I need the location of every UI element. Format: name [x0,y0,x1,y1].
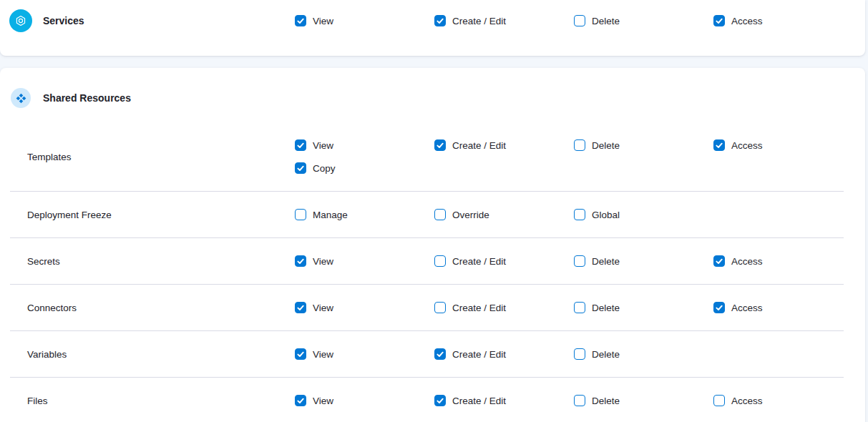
permission-create-edit[interactable]: Create / Edit [434,139,574,151]
permission-column: View [295,395,434,406]
resource-row-deployment-freeze: Deployment FreezeManageOverrideGlobal [0,192,865,237]
services-section-card: Services ViewCreate / EditDeleteAccess [0,0,865,56]
checkbox-create-edit-checked[interactable] [434,139,446,151]
permission-delete[interactable]: Delete [574,139,713,151]
permission-column: Delete [574,139,713,151]
checkbox-access-checked[interactable] [713,139,725,151]
checkbox-copy-checked[interactable] [295,162,306,174]
permission-label: Create / Edit [452,140,506,151]
permission-column: Delete [574,255,713,267]
checkbox-create-edit-unchecked[interactable] [434,255,446,267]
permission-manage[interactable]: Manage [295,209,434,220]
checkbox-override-unchecked[interactable] [434,209,446,220]
permission-column: Create / Edit [434,395,574,406]
permission-column: Delete [574,302,713,313]
permission-label: Access [731,140,763,151]
permission-create-edit[interactable]: Create / Edit [434,348,574,360]
permission-view[interactable]: View [295,255,434,267]
permission-access[interactable]: Access [713,302,853,313]
resource-row-connectors: ConnectorsViewCreate / EditDeleteAccess [0,285,865,330]
checkbox-access-checked[interactable] [713,255,725,267]
permission-delete[interactable]: Delete [574,302,713,313]
permission-column: Global [574,209,713,220]
permission-access[interactable]: Access [713,395,853,406]
permission-label: View [313,256,333,267]
permission-label: View [313,396,333,406]
checkbox-delete-unchecked[interactable] [574,348,585,360]
shared-resources-section-card: Shared Resources TemplatesViewCopyCreate… [0,68,865,422]
checkbox-global-unchecked[interactable] [574,209,585,220]
permission-label: Create / Edit [452,303,506,313]
permission-column: ViewCopy [295,139,434,174]
permission-label: View [313,303,333,313]
services-permission-row: Services ViewCreate / EditDeleteAccess [0,0,865,32]
checkbox-access-checked[interactable] [713,15,725,26]
permission-create-edit[interactable]: Create / Edit [434,15,574,26]
checkbox-view-checked[interactable] [295,255,306,267]
checkbox-delete-unchecked[interactable] [574,302,585,313]
permission-delete[interactable]: Delete [574,395,713,406]
permission-label: Delete [592,256,620,267]
permission-delete[interactable]: Delete [574,348,713,360]
permission-view[interactable]: View [295,302,434,313]
permission-create-edit[interactable]: Create / Edit [434,302,574,313]
shared-resources-rows: TemplatesViewCopyCreate / EditDeleteAcce… [0,122,865,422]
checkbox-view-checked[interactable] [295,348,306,360]
permission-column: Override [434,209,574,220]
permission-override[interactable]: Override [434,209,574,220]
permission-create-edit[interactable]: Create / Edit [434,395,574,406]
permission-access[interactable]: Access [713,15,853,26]
permission-column: Access [713,395,853,406]
permission-global[interactable]: Global [574,209,713,220]
permission-create-edit[interactable]: Create / Edit [434,255,574,267]
resource-row-secrets: SecretsViewCreate / EditDeleteAccess [0,238,865,284]
permission-column: View [295,15,434,26]
checkbox-delete-unchecked[interactable] [574,15,585,26]
permission-label: View [313,349,333,360]
resource-label: Variables [27,349,295,360]
permission-view[interactable]: View [295,15,434,26]
checkbox-view-checked[interactable] [295,302,306,313]
resource-row-variables: VariablesViewCreate / EditDelete [0,331,865,377]
permission-column: Create / Edit [434,302,574,313]
checkbox-manage-unchecked[interactable] [295,209,306,220]
permission-column: Manage [295,209,434,220]
permission-column: Access [713,139,853,151]
permission-view[interactable]: View [295,395,434,406]
checkbox-view-checked[interactable] [295,139,306,151]
services-icon [9,9,32,32]
permission-label: Override [452,210,489,220]
checkbox-create-edit-checked[interactable] [434,395,446,406]
checkbox-view-checked[interactable] [295,15,306,26]
services-header: Services [9,9,295,32]
checkbox-create-edit-unchecked[interactable] [434,302,446,313]
permission-column: Access [713,15,853,26]
permission-view[interactable]: View [295,139,434,151]
checkbox-create-edit-checked[interactable] [434,15,446,26]
permission-label: Delete [592,349,620,360]
resource-label: Templates [27,152,295,162]
permission-delete[interactable]: Delete [574,15,713,26]
permission-column: Create / Edit [434,255,574,267]
permission-access[interactable]: Access [713,139,853,151]
checkbox-view-checked[interactable] [295,395,306,406]
permission-delete[interactable]: Delete [574,255,713,267]
permission-copy[interactable]: Copy [295,162,434,174]
checkbox-access-unchecked[interactable] [713,395,725,406]
permission-label: Create / Edit [452,349,506,360]
permission-label: Delete [592,140,620,151]
checkbox-delete-unchecked[interactable] [574,255,585,267]
resource-row-templates: TemplatesViewCopyCreate / EditDeleteAcce… [0,122,865,191]
permission-label: View [313,16,333,26]
checkbox-delete-unchecked[interactable] [574,395,585,406]
section-title-shared-resources: Shared Resources [43,92,131,104]
resource-row-files: FilesViewCreate / EditDeleteAccess [0,378,865,422]
permission-label: Create / Edit [452,396,506,406]
checkbox-access-checked[interactable] [713,302,725,313]
section-title-services: Services [43,15,84,26]
permission-label: Create / Edit [452,256,506,267]
checkbox-create-edit-checked[interactable] [434,348,446,360]
checkbox-delete-unchecked[interactable] [574,139,585,151]
permission-access[interactable]: Access [713,255,853,267]
permission-view[interactable]: View [295,348,434,360]
